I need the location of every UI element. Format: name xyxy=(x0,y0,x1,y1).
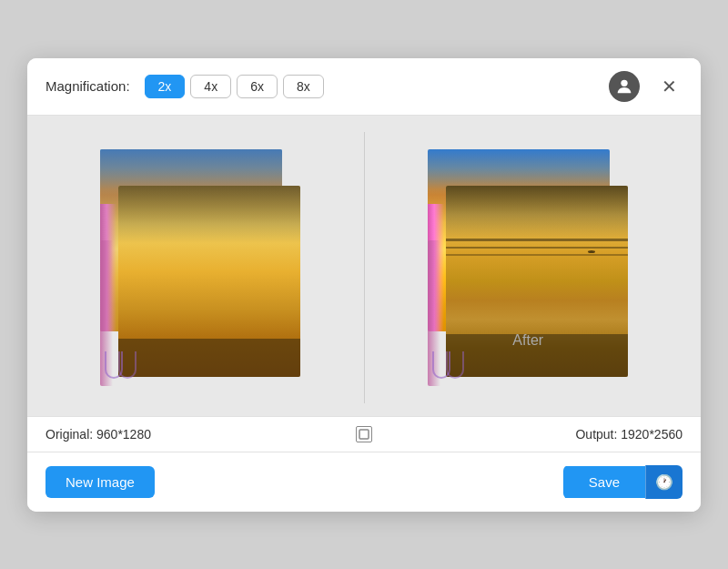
output-glass-2 xyxy=(446,351,464,379)
header: Magnification: 2x 4x 6x 8x ✕ xyxy=(27,58,701,116)
image-comparison-area: After xyxy=(27,116,701,416)
save-history-button[interactable]: 🕐 xyxy=(645,465,682,499)
output-front-image xyxy=(446,186,628,377)
save-group: Save 🕐 xyxy=(563,465,682,499)
main-dialog: Magnification: 2x 4x 6x 8x ✕ xyxy=(27,58,701,512)
output-dimensions: Output: 1920*2560 xyxy=(381,427,682,442)
svg-point-0 xyxy=(621,79,627,86)
panel-divider xyxy=(364,132,365,403)
save-button[interactable]: Save xyxy=(563,466,645,498)
expand-button[interactable] xyxy=(356,426,372,442)
original-dimensions: Original: 960*1280 xyxy=(46,427,347,442)
original-front-image xyxy=(118,186,300,377)
mag-btn-6x[interactable]: 6x xyxy=(237,75,278,98)
close-button[interactable]: ✕ xyxy=(656,76,682,97)
mag-btn-2x[interactable]: 2x xyxy=(145,75,186,98)
mag-btn-4x[interactable]: 4x xyxy=(190,75,231,98)
output-image-stack xyxy=(428,149,628,386)
magnification-buttons: 2x 4x 6x 8x xyxy=(145,75,324,98)
magnification-label: Magnification: xyxy=(46,78,130,94)
clock-icon: 🕐 xyxy=(655,473,673,491)
output-panel: After xyxy=(369,132,689,403)
svg-rect-1 xyxy=(359,430,369,439)
mag-btn-8x[interactable]: 8x xyxy=(283,75,324,98)
glass-decoration-2 xyxy=(118,351,136,379)
user-avatar[interactable] xyxy=(609,71,640,102)
footer: New Image Save 🕐 xyxy=(27,452,701,512)
new-image-button[interactable]: New Image xyxy=(46,466,155,498)
original-image-stack xyxy=(100,149,300,386)
original-panel xyxy=(40,132,360,403)
info-bar: Original: 960*1280 Output: 1920*2560 xyxy=(27,416,701,452)
